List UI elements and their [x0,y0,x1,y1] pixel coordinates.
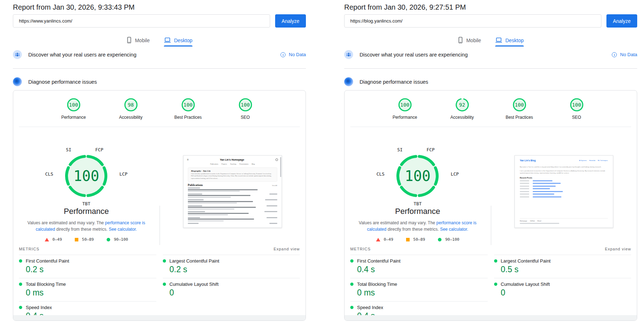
page-title: Report from Jan 30, 2026, 9:33:43 PM [13,3,306,11]
lab-data-section-header: Diagnose performance issues [344,77,637,86]
metrics-grid: First Contentful Paint 0.2 s Largest Con… [19,255,300,321]
field-data-section-header: Discover what your real users are experi… [13,50,306,59]
analyze-button[interactable]: Analyze [275,14,306,28]
page-title: Report from Jan 30, 2026, 9:27:51 PM [344,3,637,11]
gauge-label-si: SI [66,147,71,152]
column-divider [491,206,491,245]
field-data-title: Discover what your real users are experi… [360,52,468,58]
average-square-icon [406,238,410,241]
pass-dot-icon [350,306,353,309]
category-scores: 100 Performance 98 Accessibility 100 Bes… [13,90,306,120]
gauge-label-cls: CLS [376,171,385,177]
url-bar: Analyze [344,14,637,28]
score-disclaimer: Values are estimated and may vary. The p… [357,220,478,233]
pass-dot-icon [494,259,497,263]
url-input[interactable] [13,14,270,28]
see-calculator-link[interactable]: See calculator. [109,227,137,232]
field-data-section-header: Discover what your real users are experi… [344,50,637,59]
gauge-label-tbt: TBT [376,201,459,206]
thumb-biography: Biography - Yan Lin I am currently a pos… [188,167,277,182]
pass-dot-icon [494,283,497,286]
mobile-icon [458,37,463,44]
metric-cls: Cumulative Layout Shift 0 [494,278,631,301]
score-performance[interactable]: 100 Performance [388,98,422,120]
thumb-intro: I am a postdoctoral researcher in the De… [520,170,608,175]
pass-dot-icon [350,283,353,286]
url-input[interactable] [344,14,601,28]
lab-data-section-header: Diagnose performance issues [13,77,306,86]
score-best-practices[interactable]: 100 Best Practices [502,98,537,120]
desktop-icon [495,37,502,43]
score-accessibility[interactable]: 92 Accessibility [445,98,479,120]
gauge-title: Performance [345,207,491,216]
column-divider [160,206,160,245]
fail-triangle-icon [376,238,380,241]
page-screenshot-thumbnail[interactable]: ≡ Yan Lin's Homepage PublicationsProject… [183,155,282,228]
see-calculator-link[interactable]: See calculator. [440,227,468,232]
score-best-practices[interactable]: 100 Best Practices [171,98,205,120]
pass-dot-icon [163,259,166,263]
info-icon: i [280,52,286,57]
metric-tbt: Total Blocking Time 0 ms [350,278,488,301]
github-icon [275,158,278,161]
tab-desktop[interactable]: Desktop [164,37,192,47]
device-tabs: Mobile Desktop [13,37,306,47]
score-accessibility[interactable]: 98 Accessibility [114,98,148,120]
gauge-label-fcp: FCP [426,147,435,152]
real-users-icon [13,50,22,59]
performance-gauge[interactable]: 100 SI FCP CLS LCP TBT [45,147,127,205]
metric-lcp: Largest Contentful Paint 0.2 s [163,255,300,278]
category-scores: 100 Performance 92 Accessibility 100 Bes… [345,90,637,120]
metrics-grid: First Contentful Paint 0.4 s Largest Con… [350,255,631,321]
score-seo[interactable]: 100 SEO [560,98,594,120]
metrics-header: METRICS [350,247,371,251]
lab-data-title: Diagnose performance issues [28,79,97,85]
lab-data-title: Diagnose performance issues [360,79,428,85]
thumb-publications-heading: Publications [188,183,203,187]
thumb-intro: My name is Yan Lin, and this is my perso… [520,166,608,168]
active-tab-underline [495,45,523,47]
diagnose-icon [344,77,353,86]
page-screenshot-thumbnail[interactable]: Yan Lin's Blog AI SystemsHomelabML Techn… [514,155,613,228]
report-panel-blog: Report from Jan 30, 2026, 9:27:51 PM Ana… [344,0,637,321]
score-seo[interactable]: 100 SEO [228,98,263,120]
thumb-site-title: Yan Lin's Blog [520,159,536,162]
pass-dot-icon [350,259,353,263]
thumb-footer: HomepageGitHubEmail [520,218,608,224]
no-data-status[interactable]: i No Data [612,52,637,57]
metrics-header: METRICS [19,247,39,251]
tab-desktop-label: Desktop [174,38,192,43]
tab-mobile[interactable]: Mobile [458,37,481,47]
device-tabs: Mobile Desktop [344,37,637,47]
pass-circle-icon [438,238,441,241]
card-footer-strip [345,315,637,320]
fail-triangle-icon [45,238,49,241]
section-divider [344,68,637,69]
metric-fcp: First Contentful Paint 0.4 s [350,255,488,278]
gauge-title: Performance [13,207,160,216]
info-icon: i [612,52,617,57]
diagnose-icon [13,77,22,86]
pass-dot-icon [19,283,22,286]
gauge-label-lcp: LCP [119,171,128,177]
expand-view-button[interactable]: Expand view [274,247,300,251]
metric-lcp: Largest Contentful Paint 0.5 s [494,255,631,278]
average-square-icon [75,238,78,241]
thumb-view-all: View All [272,185,277,186]
tab-mobile[interactable]: Mobile [126,37,150,47]
section-divider [13,68,306,69]
expand-view-button[interactable]: Expand view [605,247,631,251]
thumb-recent-posts-heading: Recent Posts [520,177,608,179]
tab-desktop-label: Desktop [505,38,523,43]
metric-tbt: Total Blocking Time 0 ms [19,278,156,301]
card-footer-strip [13,315,306,320]
no-data-status[interactable]: i No Data [280,52,306,57]
tab-mobile-label: Mobile [135,38,150,43]
analyze-button[interactable]: Analyze [606,14,637,28]
tab-mobile-label: Mobile [466,38,481,43]
gauge-label-cls: CLS [45,171,53,177]
metric-cls: Cumulative Layout Shift 0 [163,278,300,301]
score-performance[interactable]: 100 Performance [57,98,91,120]
tab-desktop[interactable]: Desktop [495,37,523,47]
performance-gauge[interactable]: 100 SI FCP CLS LCP TBT [376,147,459,205]
